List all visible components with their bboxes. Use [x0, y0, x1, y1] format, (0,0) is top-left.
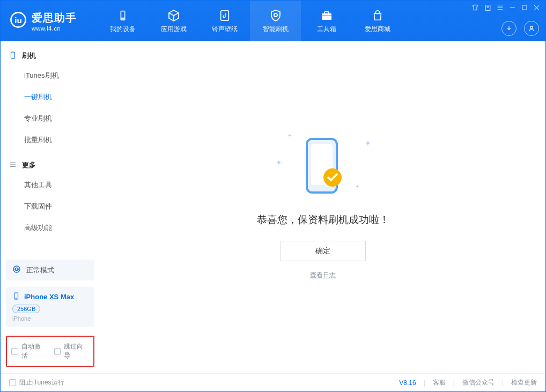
- window-controls: [471, 4, 540, 13]
- svg-text:iu: iu: [14, 16, 22, 25]
- sidebar-item-advanced[interactable]: 高级功能: [1, 217, 100, 239]
- sidebar-item-batch-flash[interactable]: 批量刷机: [1, 129, 100, 151]
- shirt-icon[interactable]: [471, 4, 479, 13]
- checkbox-icon: [11, 348, 18, 355]
- nav-ringtone-wallpaper[interactable]: 铃声壁纸: [199, 1, 250, 41]
- phone-icon: [12, 292, 20, 301]
- sidebar-section-more: 更多: [1, 151, 100, 174]
- svg-rect-7: [522, 5, 527, 10]
- ok-button[interactable]: 确定: [280, 241, 366, 261]
- titlebar: iu 爱思助手 www.i4.cn 我的设备 应用游戏 铃声壁: [1, 1, 545, 41]
- sidebar-item-oneclick-flash[interactable]: 一键刷机: [1, 86, 100, 108]
- close-button[interactable]: [533, 4, 540, 13]
- nav-label: 智能刷机: [263, 25, 289, 34]
- checkbox-skip-guide[interactable]: 跳过向导: [54, 342, 90, 360]
- nav-label: 爱思商城: [365, 25, 390, 34]
- cube-icon: [167, 9, 180, 23]
- download-button[interactable]: [501, 21, 517, 36]
- status-bar: 阻止iTunes运行 V8.16 | 客服 | 微信公众号 | 检查更新: [1, 373, 545, 391]
- svg-rect-17: [324, 12, 329, 14]
- app-name: 爱思助手: [32, 11, 77, 25]
- svg-point-26: [18, 269, 19, 270]
- svg-point-25: [15, 269, 16, 270]
- nav-toolbox[interactable]: 工具箱: [301, 1, 352, 41]
- phone-outline-icon: [9, 51, 17, 61]
- device-icon: [117, 9, 129, 23]
- wechat-link[interactable]: 微信公众号: [462, 378, 495, 387]
- body: 刷机 iTunes刷机 一键刷机 专业刷机 批量刷机 更多 其他工具 下载固件 …: [1, 41, 545, 373]
- checkbox-auto-activate[interactable]: 自动激活: [11, 342, 47, 360]
- logo-block: iu 爱思助手 www.i4.cn: [1, 1, 97, 41]
- top-nav: 我的设备 应用游戏 铃声壁纸 智能刷机 工具箱: [97, 1, 403, 41]
- logo-icon: iu: [9, 11, 27, 31]
- sidebar-item-itunes-flash[interactable]: iTunes刷机: [1, 65, 100, 86]
- svg-rect-13: [121, 11, 124, 17]
- menu-icon[interactable]: [497, 4, 504, 13]
- checkbox-label: 阻止iTunes运行: [19, 378, 64, 387]
- main-content: ✦ ✦ ✦ ✦ 恭喜您，保资料刷机成功啦！ 确定 查看日志: [100, 41, 545, 373]
- account-button[interactable]: [524, 21, 539, 36]
- view-log-link[interactable]: 查看日志: [310, 271, 336, 280]
- version-label: V8.16: [399, 379, 416, 387]
- success-message: 恭喜您，保资料刷机成功啦！: [257, 213, 389, 227]
- options-highlight-box: 自动激活 跳过向导: [6, 336, 94, 367]
- sidebar-section-flash: 刷机: [1, 41, 100, 65]
- bag-icon: [372, 9, 383, 23]
- success-illustration: ✦ ✦ ✦ ✦: [291, 135, 355, 199]
- nav-store[interactable]: 爱思商城: [352, 1, 403, 41]
- checkbox-label: 跳过向导: [64, 342, 89, 360]
- maximize-button[interactable]: [521, 4, 528, 12]
- app-window: iu 爱思助手 www.i4.cn 我的设备 应用游戏 铃声壁: [0, 0, 546, 392]
- checkbox-label: 自动激活: [21, 342, 47, 360]
- nav-apps-games[interactable]: 应用游戏: [148, 1, 199, 41]
- sidebar: 刷机 iTunes刷机 一键刷机 专业刷机 批量刷机 更多 其他工具 下载固件 …: [1, 41, 100, 373]
- checkbox-block-itunes[interactable]: 阻止iTunes运行: [9, 378, 64, 387]
- device-card[interactable]: iPhone XS Max 256GB iPhone: [6, 287, 94, 327]
- svg-point-24: [13, 266, 20, 272]
- sidebar-item-pro-flash[interactable]: 专业刷机: [1, 108, 100, 129]
- music-file-icon: [219, 9, 231, 23]
- nav-label: 我的设备: [110, 25, 136, 34]
- note-icon[interactable]: [484, 4, 491, 13]
- sync-icon: [12, 265, 21, 275]
- device-type: iPhone: [12, 315, 88, 322]
- sidebar-item-other-tools[interactable]: 其他工具: [1, 174, 100, 196]
- svg-rect-14: [220, 10, 228, 20]
- svg-rect-18: [322, 16, 331, 16]
- shield-icon: [269, 9, 282, 23]
- support-link[interactable]: 客服: [433, 378, 446, 387]
- app-url: www.i4.cn: [32, 25, 77, 32]
- section-title: 更多: [22, 160, 36, 170]
- list-icon: [9, 161, 17, 170]
- toolbox-icon: [320, 9, 333, 23]
- nav-my-device[interactable]: 我的设备: [97, 1, 148, 41]
- mode-card[interactable]: 正常模式: [6, 260, 94, 280]
- minimize-button[interactable]: [509, 4, 516, 13]
- device-name: iPhone XS Max: [24, 293, 74, 301]
- nav-label: 铃声壁纸: [212, 25, 238, 34]
- sidebar-item-download-firmware[interactable]: 下载固件: [1, 196, 100, 217]
- checkbox-icon: [54, 348, 61, 355]
- mode-label: 正常模式: [26, 265, 54, 275]
- check-update-link[interactable]: 检查更新: [511, 378, 537, 387]
- checkbox-icon: [9, 379, 16, 386]
- nav-smart-flash[interactable]: 智能刷机: [250, 1, 301, 41]
- svg-rect-20: [11, 52, 15, 58]
- svg-point-19: [530, 26, 533, 29]
- svg-point-15: [274, 13, 277, 17]
- storage-badge: 256GB: [12, 305, 40, 313]
- nav-label: 应用游戏: [161, 25, 187, 34]
- section-title: 刷机: [22, 51, 36, 61]
- nav-label: 工具箱: [317, 25, 336, 34]
